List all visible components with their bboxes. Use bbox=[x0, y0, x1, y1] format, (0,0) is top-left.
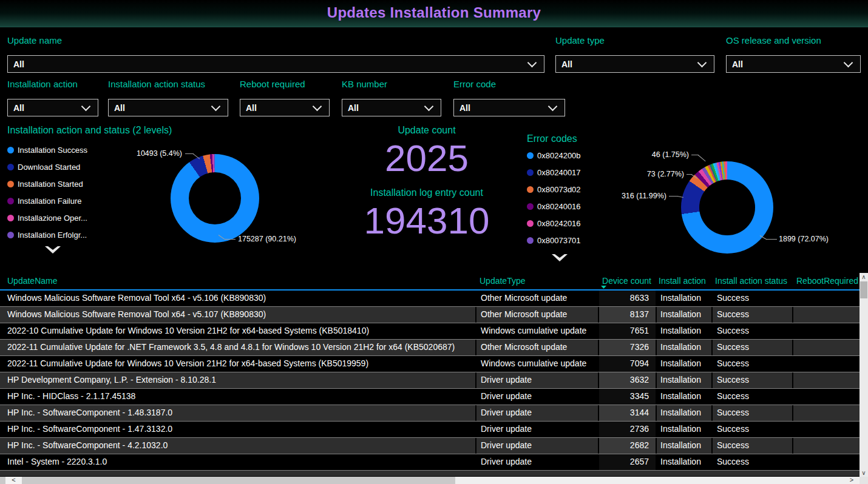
chevron-down-icon bbox=[548, 102, 558, 112]
table-row[interactable]: 2022-11 Cumulative Update for Windows 10… bbox=[0, 356, 860, 372]
install-action-status-dropdown[interactable]: All bbox=[108, 99, 228, 116]
legend-dot-icon bbox=[527, 152, 534, 159]
cell-count: 8137 bbox=[598, 307, 656, 323]
cell-reboot bbox=[792, 307, 860, 323]
legend-label: Installation Started bbox=[18, 180, 83, 189]
cell-count: 2657 bbox=[598, 454, 656, 470]
scroll-up-icon[interactable]: ∧ bbox=[860, 273, 868, 281]
column-header-updatetype[interactable]: UpdateType bbox=[480, 276, 526, 286]
dropdown-value: All bbox=[342, 103, 426, 113]
legend-label: 0x80242016 bbox=[537, 219, 581, 228]
table-row[interactable]: HP Development Company, L.P. - Extension… bbox=[0, 372, 860, 389]
horizontal-scrollbar[interactable]: < > bbox=[0, 477, 860, 484]
legend-item[interactable]: 0x8024200b bbox=[527, 150, 581, 161]
cell-type: Windows cumulative update bbox=[475, 356, 598, 372]
cell-reboot bbox=[792, 372, 860, 388]
dashboard: Updates Installation Summary Update name… bbox=[0, 0, 868, 484]
scroll-left-icon[interactable]: < bbox=[5, 477, 22, 484]
chevron-down-icon bbox=[211, 102, 221, 112]
legend-item[interactable]: Installation Erfolgr... bbox=[7, 229, 87, 240]
vertical-scrollbar[interactable]: ∧ ∨ bbox=[860, 273, 868, 477]
cell-name: Windows Malicious Software Removal Tool … bbox=[0, 307, 475, 323]
dropdown-value: All bbox=[109, 103, 212, 113]
cell-name: HP Inc. - SoftwareComponent - 1.48.3187.… bbox=[0, 405, 475, 421]
kb-number-dropdown[interactable]: All bbox=[342, 99, 441, 116]
table-row[interactable]: HP Inc. - SoftwareComponent - 1.48.3187.… bbox=[0, 405, 860, 422]
action-status-donut-chart[interactable] bbox=[171, 154, 259, 243]
donut-hole bbox=[189, 172, 241, 224]
column-header-rebootrequired[interactable]: RebootRequired bbox=[796, 276, 858, 286]
cell-name: Intel - System - 2220.3.1.0 bbox=[0, 454, 475, 470]
table-row[interactable]: Windows Malicious Software Removal Tool … bbox=[0, 307, 860, 323]
scroll-right-icon[interactable]: > bbox=[845, 477, 858, 484]
error-code-dropdown[interactable]: All bbox=[453, 99, 565, 116]
table-row[interactable]: 2022-10 Cumulative Update for Windows 10… bbox=[0, 323, 860, 340]
cell-reboot bbox=[792, 291, 860, 306]
table-row[interactable]: HP Inc. - SoftwareComponent - 4.2.1032.0… bbox=[0, 438, 860, 454]
legend-item[interactable]: Installation Failure bbox=[7, 195, 87, 206]
cell-status: Success bbox=[711, 372, 792, 388]
filter-label: KB number bbox=[342, 79, 441, 90]
legend-item[interactable]: Installation Started bbox=[7, 178, 87, 189]
filter-install-action-status: Installation action status All bbox=[108, 79, 228, 116]
donut-callout: 73 (2.77%) bbox=[634, 170, 684, 178]
reboot-required-dropdown[interactable]: All bbox=[240, 99, 330, 116]
cell-name: HP Inc. - SoftwareComponent - 4.2.1032.0 bbox=[0, 438, 475, 454]
table-row[interactable]: 2022-11 Cumulative Update for .NET Frame… bbox=[0, 340, 860, 356]
os-release-dropdown[interactable]: All bbox=[726, 55, 861, 73]
cell-type: Driver update bbox=[475, 422, 598, 437]
legend-dot-icon bbox=[527, 203, 534, 210]
legend-item[interactable]: 0x80242016 bbox=[527, 218, 581, 229]
cell-action: Installation bbox=[656, 307, 711, 323]
donut-callout: 316 (11.99%) bbox=[612, 192, 666, 200]
action-status-chart-title: Installation action and status (2 levels… bbox=[7, 125, 172, 136]
legend-item[interactable]: Installation Success bbox=[7, 144, 87, 155]
legend-item[interactable]: Installazione Oper... bbox=[7, 212, 87, 223]
dropdown-value: All bbox=[727, 59, 845, 69]
chevron-down-icon bbox=[844, 58, 853, 68]
cell-status: Success bbox=[711, 340, 792, 355]
error-codes-chart-title: Error codes bbox=[527, 133, 577, 144]
update-name-dropdown[interactable]: All bbox=[7, 55, 544, 73]
update-type-dropdown[interactable]: All bbox=[555, 55, 714, 73]
vertical-scrollbar-thumb[interactable] bbox=[860, 281, 867, 298]
cell-action: Installation bbox=[656, 454, 711, 470]
column-header-updatename[interactable]: UpdateName bbox=[7, 276, 58, 286]
table-row[interactable]: HP Inc. - SoftwareComponent - 1.47.3132.… bbox=[0, 422, 860, 438]
dropdown-value: All bbox=[240, 103, 314, 113]
cell-type: Driver update bbox=[475, 454, 598, 470]
cell-status: Success bbox=[711, 389, 792, 405]
legend-expand-icon[interactable] bbox=[552, 254, 568, 261]
donut-callout: 10493 (5.4%) bbox=[131, 149, 182, 158]
legend-item[interactable]: Download Started bbox=[7, 161, 87, 172]
cell-reboot bbox=[792, 340, 860, 355]
legend-item[interactable]: 0x80240016 bbox=[527, 201, 581, 212]
scroll-down-icon[interactable]: ∨ bbox=[860, 469, 868, 477]
cell-type: Windows cumulative update bbox=[475, 323, 598, 339]
column-header-devicecount[interactable]: Device count bbox=[598, 276, 651, 286]
legend-dot-icon bbox=[7, 181, 14, 187]
legend-item[interactable]: 0x80073d02 bbox=[527, 184, 581, 195]
legend-label: 0x80073701 bbox=[537, 236, 581, 245]
filter-label: Update type bbox=[555, 35, 714, 47]
table-row[interactable]: HP Inc. - HIDClass - 2.1.17.45138Driver … bbox=[0, 389, 860, 405]
cell-action: Installation bbox=[656, 340, 711, 355]
legend-dot-icon bbox=[527, 169, 534, 176]
table-row-partial[interactable] bbox=[0, 471, 860, 476]
cell-reboot bbox=[792, 389, 860, 405]
filter-kb-number: KB number All bbox=[342, 79, 441, 116]
table-row[interactable]: Windows Malicious Software Removal Tool … bbox=[0, 291, 860, 307]
legend-item[interactable]: 0x80240017 bbox=[527, 167, 581, 178]
legend-expand-icon[interactable] bbox=[45, 246, 61, 254]
table-row[interactable]: Intel - System - 2220.3.1.0Driver update… bbox=[0, 454, 860, 471]
column-header-installaction[interactable]: Install action bbox=[659, 276, 706, 286]
cell-status: Success bbox=[711, 323, 792, 339]
legend-label: 0x8024200b bbox=[537, 151, 581, 160]
cell-type: Driver update bbox=[475, 372, 598, 388]
install-action-dropdown[interactable]: All bbox=[7, 99, 98, 116]
legend-item[interactable]: 0x80073701 bbox=[527, 235, 581, 246]
chevron-down-icon bbox=[313, 102, 322, 112]
error-codes-donut-chart[interactable] bbox=[681, 161, 773, 254]
column-header-installactionstatus[interactable]: Install action status bbox=[715, 276, 787, 286]
horizontal-scrollbar-thumb[interactable] bbox=[0, 477, 455, 484]
